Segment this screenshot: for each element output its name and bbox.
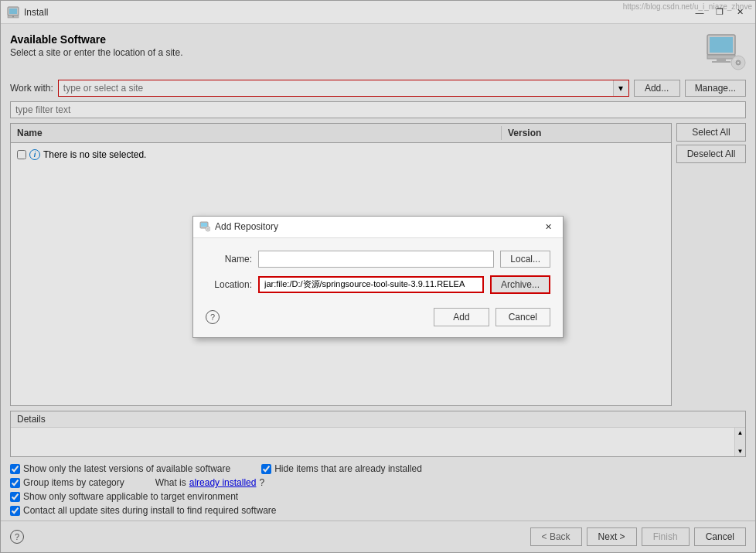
dialog-footer-left: ? bbox=[206, 310, 220, 324]
dialog-body: Name: Local... Location: Archive... bbox=[193, 238, 563, 300]
modal-overlay: Add Repository ✕ Name: Local... Location… bbox=[1, 1, 755, 552]
add-repository-dialog: Add Repository ✕ Name: Local... Location… bbox=[192, 216, 564, 338]
dialog-footer: ? Add Cancel bbox=[193, 300, 563, 337]
location-field-label: Location: bbox=[206, 279, 252, 290]
dialog-title-left: Add Repository bbox=[199, 221, 278, 232]
name-field-label: Name: bbox=[206, 254, 252, 265]
name-input[interactable] bbox=[258, 251, 494, 268]
dialog-help-icon[interactable]: ? bbox=[206, 310, 220, 324]
svg-rect-14 bbox=[201, 223, 207, 227]
location-input[interactable] bbox=[258, 276, 484, 293]
dialog-install-icon bbox=[199, 221, 210, 232]
main-window: Install — ❐ ✕ Available Software Select … bbox=[0, 0, 756, 553]
dialog-title: Add Repository bbox=[215, 221, 278, 232]
dialog-footer-right: Add Cancel bbox=[434, 308, 550, 326]
dialog-close-button[interactable]: ✕ bbox=[540, 220, 557, 234]
dialog-title-bar: Add Repository ✕ bbox=[193, 217, 563, 238]
location-field-row: Location: Archive... bbox=[206, 275, 550, 294]
name-field-row: Name: Local... bbox=[206, 251, 550, 268]
archive-button[interactable]: Archive... bbox=[490, 275, 550, 294]
svg-point-16 bbox=[207, 228, 209, 230]
local-button[interactable]: Local... bbox=[500, 251, 550, 268]
dialog-add-button[interactable]: Add bbox=[434, 308, 489, 326]
dialog-cancel-button[interactable]: Cancel bbox=[495, 308, 550, 326]
